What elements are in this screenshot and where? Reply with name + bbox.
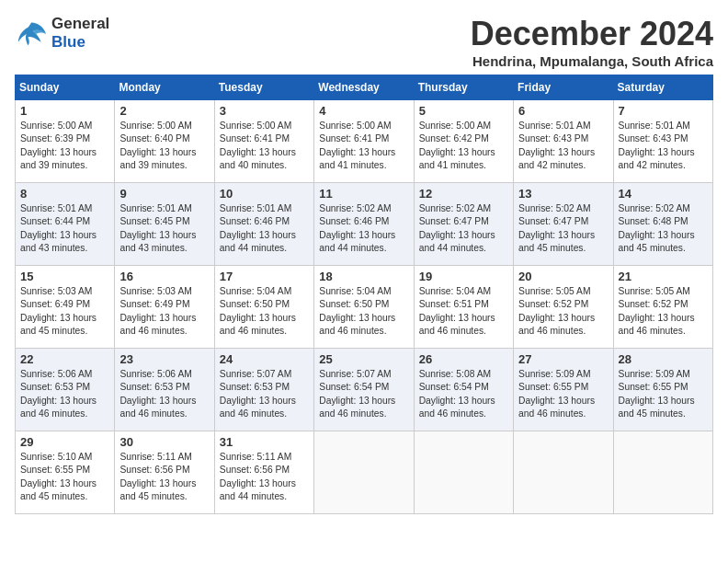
day-number: 1: [20, 104, 109, 118]
calendar-week-row-4: 22Sunrise: 5:06 AM Sunset: 6:53 PM Dayli…: [16, 349, 713, 431]
day-info: Sunrise: 5:01 AM Sunset: 6:44 PM Dayligh…: [20, 202, 109, 256]
calendar-cell: 4Sunrise: 5:00 AM Sunset: 6:41 PM Daylig…: [314, 100, 414, 183]
day-info: Sunrise: 5:03 AM Sunset: 6:49 PM Dayligh…: [119, 285, 209, 339]
calendar-cell: 20Sunrise: 5:05 AM Sunset: 6:52 PM Dayli…: [514, 266, 613, 349]
day-number: 11: [319, 187, 408, 201]
day-info: Sunrise: 5:10 AM Sunset: 6:55 PM Dayligh…: [20, 451, 109, 504]
calendar-cell: 22Sunrise: 5:06 AM Sunset: 6:53 PM Dayli…: [16, 349, 115, 431]
calendar-cell: 23Sunrise: 5:06 AM Sunset: 6:53 PM Dayli…: [115, 349, 214, 431]
calendar-cell: 12Sunrise: 5:02 AM Sunset: 6:47 PM Dayli…: [414, 183, 513, 266]
day-info: Sunrise: 5:01 AM Sunset: 6:43 PM Dayligh…: [518, 120, 608, 173]
day-info: Sunrise: 5:00 AM Sunset: 6:39 PM Dayligh…: [20, 120, 109, 173]
day-info: Sunrise: 5:04 AM Sunset: 6:50 PM Dayligh…: [319, 285, 408, 339]
col-tuesday: Tuesday: [214, 75, 313, 100]
calendar-table: Sunday Monday Tuesday Wednesday Thursday…: [15, 75, 713, 514]
calendar-cell: 6Sunrise: 5:01 AM Sunset: 6:43 PM Daylig…: [514, 100, 613, 183]
col-monday: Monday: [115, 75, 214, 100]
day-number: 20: [518, 270, 608, 283]
day-info: Sunrise: 5:01 AM Sunset: 6:46 PM Dayligh…: [220, 202, 309, 256]
day-info: Sunrise: 5:05 AM Sunset: 6:52 PM Dayligh…: [518, 285, 608, 339]
calendar-cell: 17Sunrise: 5:04 AM Sunset: 6:50 PM Dayli…: [214, 266, 313, 349]
day-info: Sunrise: 5:05 AM Sunset: 6:52 PM Dayligh…: [619, 285, 708, 339]
calendar-cell: 8Sunrise: 5:01 AM Sunset: 6:44 PM Daylig…: [16, 183, 115, 266]
calendar-header-row: Sunday Monday Tuesday Wednesday Thursday…: [16, 75, 713, 100]
col-thursday: Thursday: [414, 75, 513, 100]
day-info: Sunrise: 5:09 AM Sunset: 6:55 PM Dayligh…: [518, 368, 608, 421]
day-number: 9: [119, 187, 209, 201]
month-title: December 2024: [471, 15, 713, 53]
day-info: Sunrise: 5:00 AM Sunset: 6:42 PM Dayligh…: [419, 120, 508, 173]
calendar-cell: 27Sunrise: 5:09 AM Sunset: 6:55 PM Dayli…: [514, 349, 613, 431]
calendar-week-row-2: 8Sunrise: 5:01 AM Sunset: 6:44 PM Daylig…: [16, 183, 713, 266]
calendar-cell: 19Sunrise: 5:04 AM Sunset: 6:51 PM Dayli…: [414, 266, 513, 349]
calendar-cell: [613, 431, 712, 514]
calendar-week-row-5: 29Sunrise: 5:10 AM Sunset: 6:55 PM Dayli…: [16, 431, 713, 514]
logo-general: General: [51, 15, 109, 33]
day-info: Sunrise: 5:07 AM Sunset: 6:54 PM Dayligh…: [319, 368, 408, 421]
day-number: 26: [419, 352, 508, 366]
day-info: Sunrise: 5:01 AM Sunset: 6:43 PM Dayligh…: [619, 120, 708, 173]
day-info: Sunrise: 5:06 AM Sunset: 6:53 PM Dayligh…: [119, 368, 209, 421]
day-info: Sunrise: 5:02 AM Sunset: 6:47 PM Dayligh…: [518, 202, 608, 256]
calendar-cell: [314, 431, 414, 514]
title-block: December 2024 Hendrina, Mpumalanga, Sout…: [471, 15, 713, 69]
day-info: Sunrise: 5:08 AM Sunset: 6:54 PM Dayligh…: [419, 368, 508, 421]
calendar-week-row-3: 15Sunrise: 5:03 AM Sunset: 6:49 PM Dayli…: [16, 266, 713, 349]
day-number: 15: [20, 270, 109, 283]
calendar-cell: 16Sunrise: 5:03 AM Sunset: 6:49 PM Dayli…: [115, 266, 214, 349]
day-number: 30: [119, 435, 209, 449]
day-info: Sunrise: 5:04 AM Sunset: 6:51 PM Dayligh…: [419, 285, 508, 339]
calendar-cell: 15Sunrise: 5:03 AM Sunset: 6:49 PM Dayli…: [16, 266, 115, 349]
day-info: Sunrise: 5:09 AM Sunset: 6:55 PM Dayligh…: [619, 368, 708, 421]
day-info: Sunrise: 5:02 AM Sunset: 6:46 PM Dayligh…: [319, 202, 408, 256]
day-number: 12: [419, 187, 508, 201]
day-number: 14: [619, 187, 708, 201]
day-number: 16: [119, 270, 209, 283]
day-number: 28: [619, 352, 708, 366]
day-number: 7: [619, 104, 708, 118]
day-number: 19: [419, 270, 508, 283]
calendar-cell: 10Sunrise: 5:01 AM Sunset: 6:46 PM Dayli…: [214, 183, 313, 266]
calendar-cell: [514, 431, 613, 514]
day-info: Sunrise: 5:11 AM Sunset: 6:56 PM Dayligh…: [119, 451, 209, 504]
day-info: Sunrise: 5:00 AM Sunset: 6:41 PM Dayligh…: [220, 120, 309, 173]
day-number: 18: [319, 270, 408, 283]
day-number: 31: [220, 435, 309, 449]
day-info: Sunrise: 5:06 AM Sunset: 6:53 PM Dayligh…: [20, 368, 109, 421]
day-number: 25: [319, 352, 408, 366]
calendar-cell: 21Sunrise: 5:05 AM Sunset: 6:52 PM Dayli…: [613, 266, 712, 349]
calendar-cell: 26Sunrise: 5:08 AM Sunset: 6:54 PM Dayli…: [414, 349, 513, 431]
day-number: 2: [119, 104, 209, 118]
day-info: Sunrise: 5:07 AM Sunset: 6:53 PM Dayligh…: [220, 368, 309, 421]
col-saturday: Saturday: [613, 75, 712, 100]
calendar-cell: 18Sunrise: 5:04 AM Sunset: 6:50 PM Dayli…: [314, 266, 414, 349]
day-info: Sunrise: 5:02 AM Sunset: 6:47 PM Dayligh…: [419, 202, 508, 256]
calendar-cell: 30Sunrise: 5:11 AM Sunset: 6:56 PM Dayli…: [115, 431, 214, 514]
day-info: Sunrise: 5:11 AM Sunset: 6:56 PM Dayligh…: [220, 451, 309, 504]
calendar-cell: 9Sunrise: 5:01 AM Sunset: 6:45 PM Daylig…: [115, 183, 214, 266]
calendar-cell: 25Sunrise: 5:07 AM Sunset: 6:54 PM Dayli…: [314, 349, 414, 431]
calendar-cell: 1Sunrise: 5:00 AM Sunset: 6:39 PM Daylig…: [16, 100, 115, 183]
day-number: 22: [20, 352, 109, 366]
day-number: 6: [518, 104, 608, 118]
day-number: 13: [518, 187, 608, 201]
day-number: 4: [319, 104, 408, 118]
day-info: Sunrise: 5:04 AM Sunset: 6:50 PM Dayligh…: [220, 285, 309, 339]
logo-blue: Blue: [51, 33, 109, 52]
day-number: 8: [20, 187, 109, 201]
calendar-cell: 14Sunrise: 5:02 AM Sunset: 6:48 PM Dayli…: [613, 183, 712, 266]
page-header: General Blue December 2024 Hendrina, Mpu…: [15, 15, 713, 69]
col-wednesday: Wednesday: [314, 75, 414, 100]
logo: General Blue: [15, 15, 109, 51]
col-sunday: Sunday: [16, 75, 115, 100]
calendar-cell: 7Sunrise: 5:01 AM Sunset: 6:43 PM Daylig…: [613, 100, 712, 183]
calendar-cell: 24Sunrise: 5:07 AM Sunset: 6:53 PM Dayli…: [214, 349, 313, 431]
day-number: 23: [119, 352, 209, 366]
calendar-cell: 5Sunrise: 5:00 AM Sunset: 6:42 PM Daylig…: [414, 100, 513, 183]
day-number: 29: [20, 435, 109, 449]
calendar-cell: [414, 431, 513, 514]
calendar-cell: 13Sunrise: 5:02 AM Sunset: 6:47 PM Dayli…: [514, 183, 613, 266]
day-number: 17: [220, 270, 309, 283]
calendar-week-row-1: 1Sunrise: 5:00 AM Sunset: 6:39 PM Daylig…: [16, 100, 713, 183]
day-number: 27: [518, 352, 608, 366]
